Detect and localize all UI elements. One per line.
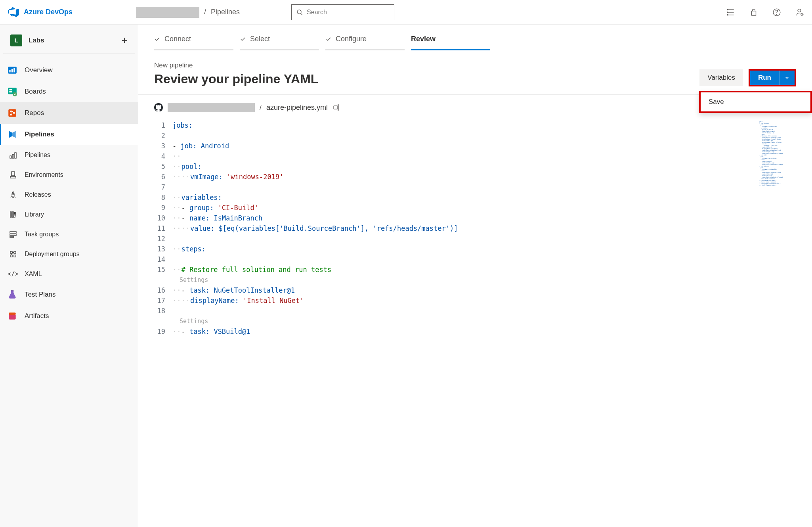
svg-point-10 (798, 9, 801, 12)
environments-icon (9, 171, 17, 179)
logo-area[interactable]: Azure DevOps (8, 7, 73, 18)
subnav-deploymentgroups-label: Deployment groups (25, 251, 80, 258)
svg-rect-28 (10, 176, 16, 178)
variables-button[interactable]: Variables (699, 69, 743, 86)
svg-rect-33 (14, 212, 16, 217)
sub-pipelines-icon (9, 151, 17, 159)
github-icon (154, 103, 163, 112)
page-title: Review your pipeline YAML (154, 72, 318, 86)
svg-rect-17 (9, 89, 12, 90)
deploymentgroups-icon (9, 250, 17, 259)
nav-pipelines-label: Pipelines (25, 130, 54, 138)
subnav-deploymentgroups[interactable]: Deployment groups (0, 244, 138, 264)
check-icon (154, 36, 160, 42)
subnav-pipelines-label: Pipelines (25, 151, 50, 159)
product-name: Azure DevOps (24, 8, 73, 16)
rename-icon[interactable] (332, 103, 340, 111)
nav-overview-label: Overview (25, 66, 53, 74)
wizard-step-connect[interactable]: Connect (154, 35, 233, 50)
subnav-xaml-label: XAML (25, 270, 42, 278)
wizard-step-configure[interactable]: Configure (325, 35, 405, 50)
header-icons (726, 8, 804, 17)
file-name: azure-pipelines.yml (266, 103, 328, 112)
svg-rect-13 (9, 70, 10, 72)
run-dropdown-button[interactable] (779, 71, 795, 85)
subnav-taskgroups-label: Task groups (25, 231, 59, 238)
breadcrumb-current[interactable]: Pipelines (211, 8, 240, 16)
wizard-steps: Connect Select Configure Review (138, 25, 812, 50)
svg-rect-35 (10, 234, 16, 236)
nav-boards[interactable]: Boards (0, 81, 138, 102)
user-settings-icon[interactable] (795, 8, 804, 17)
svg-rect-44 (9, 314, 15, 320)
check-icon (325, 36, 332, 42)
svg-rect-24 (10, 156, 11, 158)
taskgroups-icon (9, 230, 17, 239)
yaml-editor[interactable]: 1jobs: 2 3- job: Android 4·· 5··pool: 6·… (154, 120, 755, 337)
pipelines-subnav: Pipelines Environments Releases Library … (0, 145, 138, 284)
svg-line-1 (301, 13, 302, 15)
project-header[interactable]: L Labs + (3, 30, 135, 54)
breadcrumb-separator: / (204, 8, 206, 16)
save-menu-item[interactable]: Save (701, 92, 810, 111)
boards-icon (7, 86, 17, 97)
nav-artifacts-label: Artifacts (25, 312, 49, 320)
nav-pipelines[interactable]: Pipelines (0, 124, 138, 145)
search-input[interactable] (307, 9, 389, 16)
run-button[interactable]: Run (750, 71, 779, 85)
svg-rect-32 (12, 212, 13, 217)
repo-name-placeholder[interactable] (168, 103, 255, 112)
subnav-xaml[interactable]: </> XAML (0, 264, 138, 284)
marketplace-icon[interactable] (749, 8, 758, 17)
wizard-step-review[interactable]: Review (411, 35, 490, 50)
svg-point-6 (727, 11, 728, 12)
project-badge: L (10, 34, 22, 46)
top-header: Azure DevOps / Pipelines (0, 0, 812, 25)
subnav-releases[interactable]: Releases (0, 185, 138, 205)
svg-rect-46 (334, 106, 338, 109)
svg-rect-15 (13, 68, 15, 73)
svg-point-22 (10, 114, 12, 115)
nav-overview[interactable]: Overview (0, 59, 138, 81)
subnav-library[interactable]: Library (0, 205, 138, 224)
svg-rect-36 (10, 236, 14, 238)
releases-icon (9, 190, 17, 199)
subnav-pipelines[interactable]: Pipelines (0, 145, 138, 165)
page-header: New pipeline Review your pipeline YAML V… (138, 50, 812, 95)
nav-testplans[interactable]: Test Plans (0, 284, 138, 305)
sidebar: L Labs + Overview Boards Repos Pipelines (0, 25, 138, 527)
nav-boards-label: Boards (25, 88, 46, 96)
svg-rect-38 (14, 251, 16, 253)
wizard-step-select[interactable]: Select (240, 35, 319, 50)
help-icon[interactable] (772, 8, 781, 17)
azure-devops-logo-icon (8, 7, 19, 18)
nav-artifacts[interactable]: Artifacts (0, 305, 138, 327)
subnav-taskgroups[interactable]: Task groups (0, 224, 138, 244)
svg-rect-14 (11, 69, 13, 73)
main-content: Connect Select Configure Review New pipe… (138, 25, 812, 527)
search-box[interactable] (291, 4, 394, 20)
work-items-icon[interactable] (726, 8, 735, 17)
nav-repos[interactable]: Repos (0, 102, 138, 124)
chevron-down-icon (784, 75, 790, 80)
subnav-library-label: Library (25, 211, 44, 218)
pipelines-icon (7, 129, 17, 140)
new-project-button[interactable]: + (122, 34, 128, 46)
page-subtitle: New pipeline (154, 61, 318, 69)
subnav-environments[interactable]: Environments (0, 165, 138, 185)
svg-point-21 (10, 111, 12, 112)
svg-rect-20 (8, 109, 16, 117)
nav-testplans-label: Test Plans (25, 291, 55, 299)
svg-point-7 (727, 14, 728, 15)
svg-rect-43 (11, 290, 14, 291)
task-settings-hint[interactable]: Settings (154, 275, 755, 285)
editor-minimap[interactable]: jobs: - job: Android pool: vmImage: wind… (759, 120, 796, 295)
subnav-environments-label: Environments (25, 171, 63, 178)
file-path-separator: / (260, 103, 262, 112)
svg-point-11 (801, 13, 802, 15)
breadcrumb-org-placeholder[interactable] (136, 7, 199, 18)
svg-point-9 (776, 14, 777, 14)
search-icon (296, 9, 303, 15)
overview-icon (7, 65, 17, 75)
task-settings-hint[interactable]: Settings (154, 316, 755, 326)
